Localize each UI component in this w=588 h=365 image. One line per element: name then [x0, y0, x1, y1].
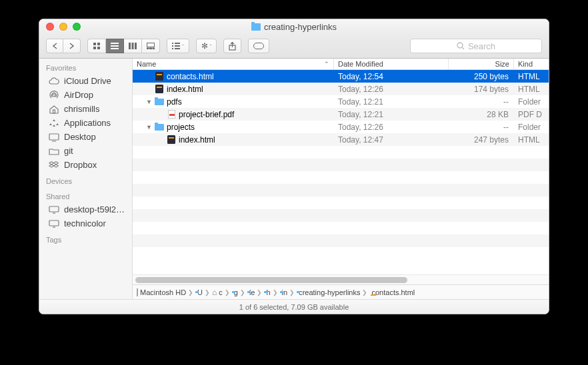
scrollbar-thumb[interactable]: [135, 277, 407, 283]
svg-rect-7: [129, 43, 131, 49]
empty-row: [133, 234, 549, 247]
search-field[interactable]: Search: [410, 39, 542, 53]
svg-rect-25: [53, 110, 55, 113]
folder-icon: [155, 97, 164, 107]
path-item[interactable]: contacts.html: [369, 288, 415, 296]
path-item[interactable]: ⌂c: [212, 288, 223, 297]
chevron-right-icon: ❯: [289, 289, 295, 296]
file-kind: Folder: [514, 97, 549, 107]
chevron-down-icon: ˇ: [182, 43, 184, 49]
chevron-right-icon: ❯: [225, 289, 230, 296]
gear-icon: ✻: [201, 41, 208, 51]
file-row[interactable]: index.htmlToday, 12:26174 bytesHTML: [133, 83, 549, 95]
svg-point-22: [457, 43, 463, 48]
view-icon-button[interactable]: [87, 39, 106, 53]
svg-rect-12: [150, 48, 152, 49]
sidebar-item-label: Desktop: [64, 132, 96, 142]
path-item[interactable]: creating-hyperlinks: [297, 288, 360, 296]
file-date: Today, 12:54: [334, 72, 449, 81]
status-bar: 1 of 6 selected, 7.09 GB available: [39, 299, 549, 314]
sidebar-item[interactable]: chrismills: [39, 102, 132, 116]
path-item[interactable]: h: [264, 288, 270, 296]
file-row[interactable]: ▼pdfsToday, 12:21--Folder: [133, 95, 549, 108]
titlebar: creating-hyperlinks: [39, 19, 549, 34]
file-date: Today, 12:21: [334, 97, 449, 107]
path-bar: Macintosh HD❯U❯⌂c❯g❯le❯h❯in❯creating-hyp…: [133, 284, 549, 299]
sidebar-item[interactable]: Applications: [39, 116, 132, 130]
apps-icon: [49, 119, 59, 128]
folder-icon: [49, 147, 59, 156]
toolbar: ˇ ✻ˇ Search: [39, 34, 549, 59]
sidebar: FavoritesiCloud DriveAirDropchrismillsAp…: [39, 59, 133, 299]
sidebar-item-label: iCloud Drive: [64, 76, 111, 86]
empty-row: [133, 209, 549, 222]
disclosure-triangle[interactable]: ▼: [146, 124, 152, 131]
share-button[interactable]: [223, 39, 241, 53]
view-list-button[interactable]: [106, 39, 124, 53]
column-name[interactable]: Name⌃: [133, 59, 334, 69]
file-name: projects: [167, 123, 195, 132]
sidebar-item[interactable]: git: [39, 144, 132, 158]
html-icon: [155, 85, 164, 94]
column-kind[interactable]: Kind: [514, 59, 549, 69]
svg-rect-28: [49, 206, 59, 212]
back-button[interactable]: [46, 39, 63, 53]
arrange-button[interactable]: ˇ: [167, 39, 189, 53]
column-headers: Name⌃ Date Modified Size Kind: [133, 59, 549, 70]
file-row[interactable]: ▼projectsToday, 12:26--Folder: [133, 121, 549, 133]
close-button[interactable]: [46, 23, 54, 31]
action-button[interactable]: ✻ˇ: [196, 39, 217, 53]
view-buttons: [87, 39, 160, 53]
chevron-right-icon: ❯: [257, 289, 262, 296]
file-kind: HTML: [514, 72, 549, 81]
path-item[interactable]: g: [232, 288, 238, 296]
disclosure-triangle[interactable]: ▼: [146, 99, 152, 105]
svg-point-24: [53, 94, 55, 97]
file-size: 28 KB: [449, 110, 514, 119]
home-icon: ⌂: [212, 288, 217, 297]
sidebar-item[interactable]: Dropbox: [39, 158, 132, 172]
nav-buttons: [46, 39, 81, 53]
file-date: Today, 12:47: [334, 135, 449, 145]
tags-button[interactable]: [248, 39, 269, 53]
forward-button[interactable]: [63, 39, 81, 53]
desktop-icon: [49, 133, 59, 142]
sidebar-section-header: Tags: [39, 230, 132, 246]
svg-rect-18: [172, 48, 173, 49]
file-list: contacts.htmlToday, 12:54250 bytesHTMLin…: [133, 70, 549, 274]
view-column-button[interactable]: [124, 39, 142, 53]
path-item[interactable]: le: [247, 288, 255, 296]
file-row[interactable]: index.htmlToday, 12:47247 bytesHTML: [133, 133, 549, 146]
disk-icon: [137, 288, 138, 296]
file-row[interactable]: contacts.htmlToday, 12:54250 bytesHTML: [133, 70, 549, 83]
zoom-button[interactable]: [73, 23, 81, 31]
file-row[interactable]: project-brief.pdfToday, 12:2128 KBPDF D: [133, 108, 549, 121]
file-kind: HTML: [514, 135, 549, 145]
sidebar-item[interactable]: desktop-t59l2…: [39, 202, 132, 216]
svg-rect-6: [111, 48, 119, 49]
chevron-right-icon: ❯: [188, 289, 193, 296]
path-item[interactable]: Macintosh HD: [137, 288, 186, 296]
view-gallery-button[interactable]: [142, 39, 160, 53]
file-kind: PDF D: [514, 110, 549, 119]
empty-row: [133, 171, 549, 184]
search-icon: [457, 42, 465, 50]
column-date[interactable]: Date Modified: [334, 59, 449, 69]
sidebar-item[interactable]: technicolor: [39, 216, 132, 230]
path-item[interactable]: in: [280, 288, 288, 296]
minimize-button[interactable]: [59, 23, 67, 31]
sidebar-item[interactable]: Desktop: [39, 130, 132, 144]
empty-row: [133, 222, 549, 234]
folder-icon: [155, 123, 164, 132]
sidebar-item-label: Dropbox: [64, 160, 97, 170]
column-size[interactable]: Size: [449, 59, 514, 69]
svg-rect-14: [172, 43, 173, 44]
horizontal-scrollbar[interactable]: [133, 274, 549, 284]
html-icon: [167, 135, 176, 145]
path-label: Macintosh HD: [140, 288, 186, 296]
svg-rect-17: [175, 45, 180, 47]
sidebar-item[interactable]: iCloud Drive: [39, 74, 132, 88]
sort-caret-icon: ⌃: [324, 61, 329, 67]
path-item[interactable]: U: [195, 288, 203, 296]
sidebar-item[interactable]: AirDrop: [39, 88, 132, 102]
